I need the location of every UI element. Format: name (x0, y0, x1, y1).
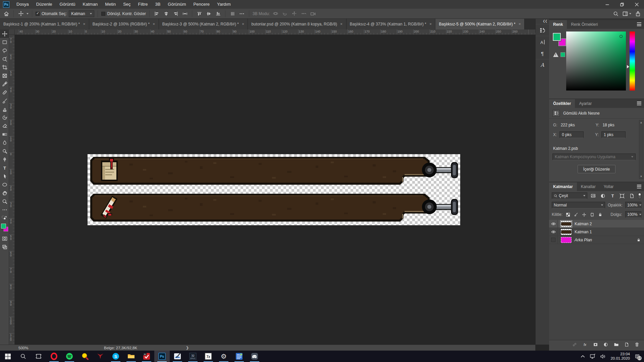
taskbar-photoshop-icon[interactable]: Ps (154, 351, 170, 362)
canvas-area[interactable] (15, 35, 535, 345)
hue-slider[interactable] (630, 32, 635, 90)
tab-close-icon[interactable]: ✕ (83, 22, 86, 26)
blur-tool[interactable] (0, 138, 9, 147)
gamut-warning-icon[interactable] (553, 52, 558, 57)
tab-close-icon[interactable]: ✕ (340, 22, 343, 26)
menu-item[interactable]: Yardım (213, 0, 234, 9)
layer-row-katman-2[interactable]: Katman 2 (549, 220, 644, 228)
hue-slider-marker[interactable] (627, 65, 629, 68)
hand-tool[interactable] (0, 189, 9, 197)
new-layer-icon[interactable] (623, 342, 630, 348)
document-canvas[interactable] (88, 154, 460, 225)
path-selection-tool[interactable] (0, 172, 9, 180)
tab-swatches[interactable]: Renk Örnekleri (567, 20, 602, 29)
tab-adjustments[interactable]: Ayarlar (575, 99, 596, 108)
color-field-marker[interactable] (620, 35, 623, 38)
taskbar-epack-icon[interactable]: 32EPACK (185, 351, 201, 362)
blend-mode-dropdown[interactable]: Normal (552, 202, 605, 208)
align-center-h-icon[interactable] (162, 10, 170, 17)
document-tab[interactable]: Başlıksız-1 @ 200% (Katman 1, RGB/8#) *✕ (0, 19, 89, 29)
tray-chevron-icon[interactable] (581, 354, 585, 359)
menu-item[interactable]: 3B (151, 0, 164, 9)
quick-mask-icon[interactable] (0, 234, 9, 243)
notification-center-icon[interactable]: 13 (635, 354, 640, 359)
menu-item[interactable]: Seç (119, 0, 134, 9)
screen-mode-icon[interactable] (0, 243, 9, 251)
brush-tool[interactable] (0, 97, 9, 105)
eraser-tool[interactable] (0, 122, 9, 130)
lock-position-icon[interactable] (582, 212, 587, 218)
lock-transparent-icon[interactable] (566, 212, 571, 218)
align-left-icon[interactable] (153, 10, 160, 17)
more-options-icon[interactable] (238, 10, 246, 17)
move-tool[interactable] (0, 29, 9, 38)
dodge-tool[interactable] (0, 147, 9, 155)
healing-brush-tool[interactable] (0, 88, 9, 97)
color-field[interactable] (566, 32, 626, 90)
new-group-icon[interactable] (612, 342, 620, 348)
network-icon[interactable] (590, 354, 595, 359)
layer-name[interactable]: Katman 2 (575, 222, 592, 226)
tool-preset-chevron[interactable] (26, 13, 29, 14)
document-tab[interactable]: Başlıksız-2 @ 100% (RGB/8#) *✕ (89, 19, 159, 29)
document-tab-active[interactable]: Başlıksız-5 @ 500% (Katman 2, RGB/8#) *✕ (435, 19, 525, 29)
tab-properties[interactable]: Özellikler (549, 99, 575, 108)
taskbar-discord-icon[interactable] (247, 351, 262, 362)
fill-field[interactable]: 100% (625, 211, 641, 218)
document-tab[interactable]: Başlıksız-4 @ 373% (Katman 1, RGB/8#) *✕ (346, 19, 436, 29)
auto-select-dropdown[interactable]: Katman (69, 10, 94, 17)
auto-select-checkbox[interactable] (36, 12, 40, 16)
volume-icon[interactable] (600, 354, 606, 359)
menu-item[interactable]: Filtre (135, 0, 152, 9)
lasso-tool[interactable] (0, 46, 9, 55)
x-input[interactable]: 0 pks (559, 131, 584, 138)
menu-item[interactable]: Metin (101, 0, 119, 9)
layer-filter-toggle[interactable] (638, 192, 641, 199)
filter-smart-objects-icon[interactable] (628, 193, 635, 199)
taskbar-clock[interactable]: 23:04 20.01.2020 (610, 352, 630, 361)
align-bottom-icon[interactable] (214, 10, 222, 17)
lay er-thumbnail[interactable] (560, 221, 572, 227)
transform-controls-checkbox[interactable] (101, 12, 105, 16)
move-tool-icon[interactable] (17, 10, 24, 17)
start-button[interactable] (0, 351, 15, 362)
taskbar-blue-doc-icon[interactable] (231, 351, 247, 362)
eyedropper-tool[interactable] (0, 80, 9, 88)
marquee-tool[interactable] (0, 38, 9, 46)
filter-shape-layers-icon[interactable] (619, 193, 626, 199)
clone-stamp-tool[interactable] (0, 105, 9, 113)
taskbar-red-64-app-icon[interactable]: 64 (139, 351, 154, 362)
menu-item[interactable]: Dosya (13, 0, 33, 9)
visibility-eye-icon[interactable] (549, 228, 558, 236)
crop-tool[interactable] (0, 63, 9, 71)
adjustment-layer-icon[interactable] (602, 342, 609, 348)
tab-close-icon[interactable]: ✕ (429, 22, 432, 26)
lock-all-icon[interactable] (598, 212, 603, 218)
history-brush-tool[interactable] (0, 113, 9, 122)
lock-pixels-icon[interactable] (574, 212, 579, 218)
layer-row-arka-plan[interactable]: Arka Plan (549, 236, 644, 244)
tab-channels[interactable]: Kanallar (577, 182, 600, 191)
delete-layer-icon[interactable] (633, 342, 641, 348)
align-top-icon[interactable] (196, 10, 203, 17)
taskbar-red-v-icon[interactable] (93, 351, 108, 362)
glyphs-panel-icon[interactable]: A (538, 61, 547, 69)
object-selection-tool[interactable] (0, 55, 9, 63)
menu-item[interactable]: Pencere (190, 0, 213, 9)
restore-button[interactable] (614, 0, 629, 9)
taskbar-explorer-icon[interactable] (123, 351, 139, 362)
paragraph-panel-icon[interactable]: ¶ (538, 49, 547, 57)
align-right-icon[interactable] (172, 10, 179, 17)
menu-item[interactable]: Katman (79, 0, 102, 9)
shape-tool[interactable] (0, 180, 9, 189)
lock-artboard-icon[interactable] (590, 212, 595, 218)
filter-pixel-layers-icon[interactable] (590, 193, 597, 199)
share-icon[interactable] (635, 11, 641, 16)
opacity-field[interactable]: 100% (625, 202, 641, 208)
document-tab[interactable]: Başlıksız-3 @ 500% (Katman 2, RGB/8#) *✕ (159, 19, 248, 29)
edit-contents-button[interactable]: İçeriği Düzenle (578, 165, 615, 173)
layer-name[interactable]: Katman 1 (575, 230, 592, 234)
home-icon[interactable] (3, 10, 10, 17)
layer-thumbnail[interactable] (560, 229, 572, 235)
layer-thumbnail[interactable] (560, 237, 572, 243)
